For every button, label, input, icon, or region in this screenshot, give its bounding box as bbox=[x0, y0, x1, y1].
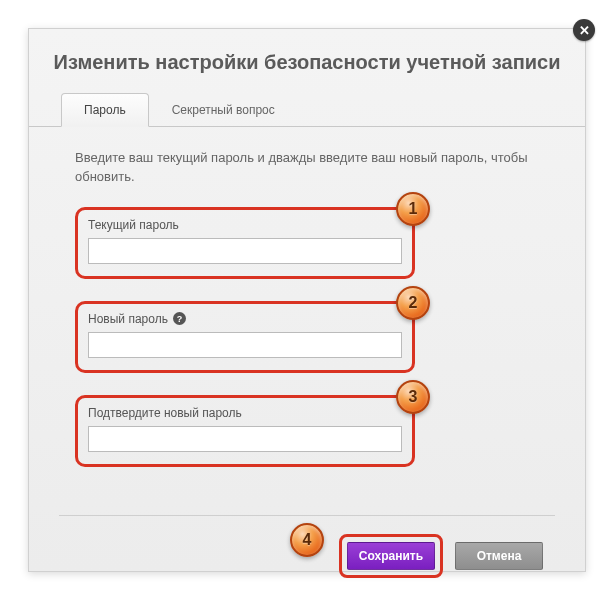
new-password-label-text: Новый пароль bbox=[88, 312, 168, 326]
annotation-badge-2: 2 bbox=[396, 286, 430, 320]
new-password-group: Новый пароль ? 2 bbox=[75, 301, 415, 373]
dialog-footer: 4 Сохранить Отмена bbox=[29, 516, 585, 578]
annotation-badge-3: 3 bbox=[396, 380, 430, 414]
save-button-highlight: 4 Сохранить bbox=[339, 534, 443, 578]
new-password-input[interactable] bbox=[88, 332, 402, 358]
tabs: Пароль Секретный вопрос bbox=[29, 92, 585, 127]
tab-password[interactable]: Пароль bbox=[61, 93, 149, 127]
confirm-password-input[interactable] bbox=[88, 426, 402, 452]
new-password-label: Новый пароль ? bbox=[88, 312, 402, 326]
save-button[interactable]: Сохранить bbox=[347, 542, 435, 570]
tab-secret-question[interactable]: Секретный вопрос bbox=[149, 93, 298, 127]
tab-content: Введите ваш текущий пароль и дважды введ… bbox=[29, 127, 585, 507]
confirm-password-label: Подтвердите новый пароль bbox=[88, 406, 402, 420]
security-settings-dialog: ✕ Изменить настройки безопасности учетно… bbox=[28, 28, 586, 572]
dialog-title: Изменить настройки безопасности учетной … bbox=[29, 29, 585, 92]
current-password-input[interactable] bbox=[88, 238, 402, 264]
help-icon[interactable]: ? bbox=[173, 312, 186, 325]
confirm-password-group: Подтвердите новый пароль 3 bbox=[75, 395, 415, 467]
cancel-button[interactable]: Отмена bbox=[455, 542, 543, 570]
current-password-label: Текущий пароль bbox=[88, 218, 402, 232]
close-icon[interactable]: ✕ bbox=[573, 19, 595, 41]
instructions-text: Введите ваш текущий пароль и дважды введ… bbox=[75, 149, 539, 187]
annotation-badge-1: 1 bbox=[396, 192, 430, 226]
annotation-badge-4: 4 bbox=[290, 523, 324, 557]
current-password-group: Текущий пароль 1 bbox=[75, 207, 415, 279]
